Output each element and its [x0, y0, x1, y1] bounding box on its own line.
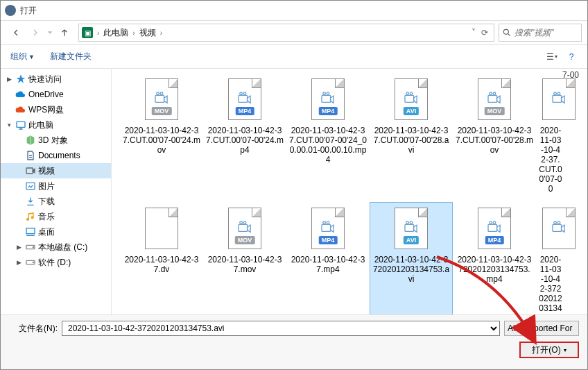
file-item[interactable]: MOV2020-11-03-10-42-37.CUT.00'07-00'28.m…: [453, 73, 536, 196]
format-badge: MP4: [236, 107, 254, 115]
download-icon: [25, 196, 36, 207]
breadcrumb-sep: ›: [159, 29, 164, 37]
file-name: 2020-11-03-10-42-37.dv: [123, 255, 200, 274]
search-input[interactable]: [514, 28, 570, 37]
filename-combobox[interactable]: 2020-11-03-10-42-3720201203134753.avi: [62, 321, 500, 336]
twisty-icon[interactable]: ▾: [5, 121, 13, 128]
search-box[interactable]: [499, 24, 582, 42]
tree-item-label: 快速访问: [28, 74, 62, 85]
tree-item-0[interactable]: ▶快速访问: [1, 72, 111, 87]
file-name: 2020-11-03-10-42-3720201203134753: [539, 255, 562, 314]
tree-item-11[interactable]: ▶本地磁盘 (C:): [1, 239, 111, 255]
app-icon: [5, 5, 16, 16]
forward-button[interactable]: [26, 23, 45, 42]
view-options-button[interactable]: ☰▾: [543, 49, 561, 65]
footer: 文件名(N): 2020-11-03-10-42-372020120313475…: [1, 314, 587, 369]
svg-point-16: [323, 92, 326, 95]
svg-point-41: [557, 221, 560, 224]
svg-point-14: [243, 92, 246, 95]
format-badge: MP4: [485, 236, 504, 244]
search-icon: [502, 28, 512, 37]
tree-item-label: 此电脑: [28, 119, 53, 131]
file-item[interactable]: MOV2020-11-03-10-42-37.CUT.00'07-00'24.m…: [120, 73, 203, 196]
file-item[interactable]: 2020-11-03-10-42-37.CUT.00'07-00: [536, 73, 565, 196]
video-icon: [25, 165, 36, 176]
file-item[interactable]: AVI2020-11-03-10-42-37.CUT.00'07-00'28.a…: [370, 73, 453, 196]
tree-item-10[interactable]: 桌面: [1, 224, 111, 239]
help-button[interactable]: ?: [562, 49, 580, 65]
svg-point-26: [557, 92, 560, 95]
file-item[interactable]: MOV2020-11-03-10-42-37.mov: [203, 202, 286, 314]
svg-rect-18: [405, 95, 414, 102]
tree-item-12[interactable]: ▶软件 (D:): [1, 255, 111, 270]
breadcrumb-sep: ›: [131, 29, 136, 37]
up-button[interactable]: [55, 23, 74, 42]
file-thumbnail: MP4: [474, 205, 514, 252]
file-name: 2020-11-03-10-42-3720201203134753.avi: [372, 255, 450, 284]
tree-item-label: 桌面: [38, 226, 55, 238]
image-icon: [25, 180, 36, 192]
address-bar[interactable]: ▣ › 此电脑 › 视频 › ˅ ⟳: [78, 24, 494, 42]
file-item[interactable]: MP42020-11-03-10-42-37.mp4: [286, 202, 370, 314]
svg-rect-36: [488, 224, 497, 231]
new-folder-button[interactable]: 新建文件夹: [47, 49, 94, 64]
file-item[interactable]: MP42020-11-03-10-42-37.CUT.00'07-00'24.m…: [203, 73, 286, 196]
tree-item-label: 音乐: [38, 211, 55, 223]
nav-row: ▣ › 此电脑 › 视频 › ˅ ⟳: [1, 20, 587, 45]
desktop-icon: [25, 226, 36, 237]
svg-point-31: [323, 221, 326, 224]
twisty-icon[interactable]: ▶: [5, 76, 13, 83]
tree-item-6[interactable]: 视频: [1, 163, 111, 178]
organize-menu[interactable]: 组织▼: [8, 49, 37, 64]
svg-point-23: [493, 92, 496, 95]
file-item[interactable]: 2020-11-03-10-42-3720201203134753: [536, 202, 565, 314]
breadcrumb-videos[interactable]: 视频: [137, 27, 159, 39]
breadcrumb-this-pc[interactable]: 此电脑: [101, 27, 131, 39]
cloud-icon: [15, 89, 26, 100]
file-thumbnail: MOV: [474, 76, 514, 123]
recent-dropdown[interactable]: [45, 23, 55, 42]
format-badge: AVI: [404, 107, 419, 115]
tree-item-5[interactable]: Documents: [1, 148, 111, 163]
twisty-icon[interactable]: ▶: [15, 244, 23, 251]
file-thumbnail: [539, 76, 579, 123]
svg-point-28: [240, 221, 243, 224]
nav-tree[interactable]: ▶快速访问OneDriveWPS网盘▾此电脑3D 对象Documents视频图片…: [1, 69, 112, 314]
refresh-icon[interactable]: ⟳: [481, 28, 488, 37]
file-item[interactable]: 2020-11-03-10-42-37.dv: [120, 202, 203, 314]
back-button[interactable]: [6, 23, 26, 42]
svg-rect-39: [553, 224, 562, 231]
file-type-filter[interactable]: All Supported For: [504, 321, 579, 336]
file-thumbnail: AVI: [391, 76, 431, 123]
svg-rect-30: [322, 224, 331, 231]
file-name: 2020-11-03-10-42-37.CUT.00'07-00'24.mov: [123, 126, 200, 155]
svg-point-6: [33, 246, 33, 247]
svg-point-13: [240, 92, 243, 95]
svg-rect-24: [553, 95, 562, 102]
svg-rect-15: [322, 95, 331, 102]
tree-item-2[interactable]: WPS网盘: [1, 102, 111, 117]
tree-item-3[interactable]: ▾此电脑: [1, 117, 111, 133]
file-thumbnail: MOV: [141, 76, 182, 123]
tree-item-4[interactable]: 3D 对象: [1, 133, 111, 148]
tree-item-1[interactable]: OneDrive: [1, 87, 111, 102]
breadcrumb-sep: ›: [96, 29, 101, 37]
file-thumbnail: MP4: [308, 205, 348, 252]
file-item[interactable]: MP42020-11-03-10-42-37.CUT.00'07-00'24_0…: [286, 73, 370, 196]
file-item[interactable]: AVI2020-11-03-10-42-3720201203134753.avi: [370, 202, 453, 314]
open-button[interactable]: 打开(O)▾: [519, 342, 579, 358]
file-thumbnail: [539, 205, 579, 252]
format-badge: MOV: [235, 236, 255, 244]
twisty-icon[interactable]: ▶: [15, 259, 23, 266]
svg-rect-21: [488, 95, 497, 102]
address-dropdown-icon[interactable]: ˅: [472, 28, 476, 37]
tree-item-8[interactable]: 下载: [1, 194, 111, 209]
file-pane[interactable]: 7-00 MOV2020-11-03-10-42-37.CUT.00'07-00…: [112, 69, 587, 314]
format-badge: MP4: [319, 107, 338, 115]
tree-item-label: OneDrive: [28, 90, 64, 99]
svg-rect-12: [239, 95, 248, 102]
svg-point-32: [327, 221, 329, 224]
tree-item-9[interactable]: 音乐: [1, 209, 111, 224]
file-item[interactable]: MP42020-11-03-10-42-3720201203134753.mp4: [453, 202, 536, 314]
tree-item-7[interactable]: 图片: [1, 178, 111, 194]
